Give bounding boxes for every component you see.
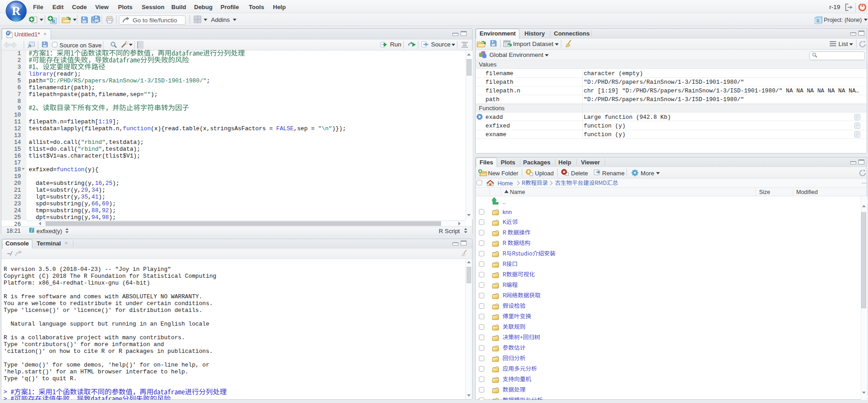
svg-text:R: R bbox=[7, 31, 10, 36]
svg-text:R: R bbox=[817, 19, 820, 23]
svg-text:R: R bbox=[12, 4, 21, 18]
